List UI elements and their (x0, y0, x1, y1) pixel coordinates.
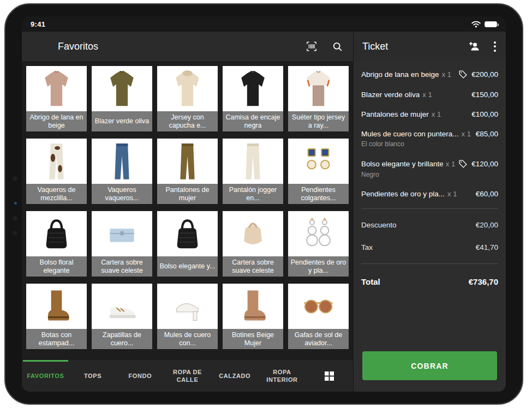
item-price: €150,00 (471, 91, 498, 99)
ticket-line-item[interactable]: Pantalones de mujer x 1 €100,00 (361, 104, 498, 124)
item-name: Pendientes de oro y pla... (361, 190, 445, 198)
product-tile-label: Pendientes colgantes... (288, 184, 349, 204)
tab-calzado[interactable]: CALZADO (211, 360, 259, 392)
grid-view-icon[interactable] (306, 360, 353, 392)
product-tile[interactable]: Pantalón jogger en... (223, 139, 283, 204)
ticket-line-item[interactable]: Blazer verde oliva x 1 €150,00 (361, 85, 498, 104)
product-tile[interactable]: Pantalones de mujer (157, 139, 218, 204)
item-price: €85,00 (476, 130, 498, 138)
product-image (26, 139, 87, 184)
page-title: Favoritos (58, 41, 98, 52)
product-image (26, 212, 87, 256)
product-tile[interactable]: Cartera sobre suave celeste (92, 211, 152, 277)
product-tile[interactable]: Blazer verde oliva (92, 66, 152, 131)
screenshot: 9:41 Favoritos (0, 0, 532, 408)
product-tile[interactable]: Suéter tipo jersey a ray... (288, 66, 349, 131)
item-name: Abrigo de lana en beige (361, 70, 439, 79)
total-label: Total (361, 277, 380, 286)
camera-dot (13, 216, 17, 221)
product-image (223, 67, 283, 111)
menu-icon[interactable] (32, 42, 43, 51)
tab-favoritos[interactable]: FAVORITOS (22, 360, 69, 392)
summary-label: Tax (361, 243, 373, 251)
product-tile-label: Abrigo de lana en beige (26, 111, 87, 131)
product-image (288, 212, 349, 256)
item-name: Bolso elegante y brillante (361, 160, 443, 168)
product-tile[interactable]: Jersey con capucha e... (157, 66, 218, 131)
add-customer-icon[interactable] (468, 41, 481, 52)
product-tile[interactable]: Zapatillas de cuero... (92, 284, 152, 349)
item-note: Negro (361, 171, 498, 178)
ticket-item-list: Abrigo de lana en beige x 1 €200,00 Blaz… (354, 61, 506, 292)
tab-fondo[interactable]: FONDO (116, 360, 164, 392)
ticket-line-item[interactable]: Abrigo de lana en beige x 1 €200,00 (361, 64, 498, 85)
product-tile-label: Botines Beige Mujer (223, 329, 283, 349)
product-image (223, 139, 283, 184)
item-qty: x 1 (422, 91, 432, 99)
product-tile-label: Zapatillas de cuero... (92, 329, 152, 349)
product-image (288, 139, 349, 184)
product-tile-label: Cartera sobre suave celeste (223, 256, 283, 277)
product-image (92, 284, 152, 329)
ticket-header: Ticket (354, 32, 506, 61)
product-image (288, 67, 349, 111)
product-image (92, 212, 152, 256)
camera-lens (14, 202, 17, 205)
search-icon[interactable] (332, 41, 343, 52)
ticket-line-item[interactable]: Mules de cuero con puntera... x 1 €85,00… (361, 124, 498, 153)
product-tile[interactable]: Vaqueros de mezclilla... (26, 139, 87, 204)
product-tile-label: Vaqueros de mezclilla... (26, 184, 87, 204)
battery-icon (485, 21, 497, 27)
tab-ropa-de-calle[interactable]: ROPA DE CALLE (164, 360, 211, 392)
product-tile-label: Camisa de encaje negra (223, 111, 283, 131)
tab-ropa-interior[interactable]: ROPA INTERIOR (259, 360, 306, 392)
product-image (157, 139, 218, 184)
item-price: €120,00 (471, 160, 498, 168)
item-name: Blazer verde oliva (361, 91, 420, 99)
status-time: 9:41 (31, 20, 45, 28)
ticket-pane: Ticket A (353, 32, 506, 392)
summary-label: Descuento (361, 221, 397, 229)
overflow-menu-icon[interactable] (493, 40, 497, 53)
product-tile[interactable]: Gafas de sol de aviador... (288, 284, 349, 349)
summary-row-tax: Tax €41,70 (361, 236, 498, 259)
product-tile[interactable]: Bolso floral elegante (26, 211, 87, 277)
charge-button[interactable]: COBRAR (362, 351, 497, 380)
item-name: Mules de cuero con puntera... (361, 130, 459, 138)
barcode-scan-icon[interactable] (306, 40, 318, 52)
tab-tops[interactable]: TOPS (69, 360, 117, 392)
product-tile[interactable]: Pendientes colgantes... (288, 139, 349, 204)
product-tile[interactable]: Botas con estampad... (26, 284, 87, 349)
catalog-toolbar: Favoritos (22, 32, 353, 61)
tablet-frame: 9:41 Favoritos (4, 3, 523, 405)
product-tile[interactable]: Abrigo de lana en beige (26, 66, 87, 131)
product-image (26, 67, 87, 111)
item-name: Pantalones de mujer (361, 110, 429, 118)
product-tile[interactable]: Botines Beige Mujer (223, 284, 283, 349)
item-note: El color blanco (361, 140, 498, 148)
product-image (92, 139, 152, 184)
divider (361, 208, 498, 209)
product-tile[interactable]: Camisa de encaje negra (223, 66, 283, 131)
product-image (288, 284, 349, 329)
product-image (223, 284, 283, 329)
product-image (157, 284, 218, 329)
product-tile[interactable]: Vaqueros vaqueros... (92, 139, 152, 204)
ticket-line-item[interactable]: Pendientes de oro y pla... x 1 €60,00 (361, 184, 498, 203)
product-image (157, 212, 218, 256)
product-image (26, 284, 87, 329)
product-tile[interactable]: Mules de cuero con... (157, 284, 218, 349)
product-tile-label: Mules de cuero con... (157, 329, 218, 349)
summary-value: €20,00 (476, 221, 498, 229)
camera-dot (13, 176, 17, 181)
ticket-line-item[interactable]: Bolso elegante y brillante x 1 €120,00 N… (361, 153, 498, 184)
product-tile[interactable]: Bolso elegante y... (157, 211, 218, 277)
tab-label: ROPA INTERIOR (263, 368, 302, 383)
tab-label: FAVORITOS (27, 372, 64, 380)
tab-label: FONDO (128, 372, 152, 380)
ticket-title: Ticket (362, 41, 388, 52)
total-value: €736,70 (469, 277, 498, 286)
product-tile-label: Blazer verde oliva (92, 111, 152, 131)
product-tile[interactable]: Cartera sobre suave celeste (223, 211, 283, 277)
product-tile[interactable]: Pendientes de oro y pla... (288, 211, 349, 277)
